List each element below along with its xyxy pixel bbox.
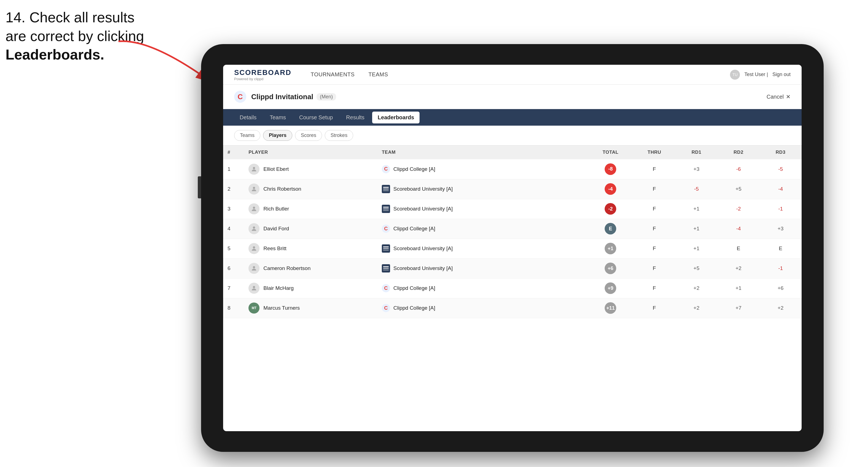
- cell-player: Blair McHarg: [244, 278, 377, 298]
- cell-rd2: E: [718, 239, 760, 258]
- logo-subtitle: Powered by clippd: [234, 77, 291, 81]
- cell-rd2: -6: [718, 159, 760, 179]
- svg-rect-8: [383, 208, 389, 209]
- col-rd3: RD3: [760, 146, 802, 159]
- cell-total: +6: [588, 258, 633, 278]
- team-name: Scoreboard University [A]: [393, 265, 453, 271]
- tab-course-setup[interactable]: Course Setup: [293, 112, 338, 123]
- tablet-side-button: [198, 176, 201, 198]
- filter-scores[interactable]: Scores: [295, 130, 322, 141]
- signout-link[interactable]: Sign out: [772, 72, 790, 77]
- table-header-row: # PLAYER TEAM TOTAL THRU RD1 RD2 RD3: [223, 146, 802, 159]
- cell-rd2: -2: [718, 199, 760, 219]
- svg-rect-7: [383, 207, 389, 208]
- nav-teams[interactable]: TEAMS: [368, 70, 388, 79]
- cell-team: Scoreboard University [A]: [377, 199, 588, 219]
- tab-teams[interactable]: Teams: [264, 112, 291, 123]
- team-logo-s: [382, 205, 390, 213]
- cell-thru: F: [633, 239, 676, 258]
- cell-rank: 6: [223, 258, 244, 278]
- cell-rd3: +3: [760, 219, 802, 239]
- cell-rank: 1: [223, 159, 244, 179]
- top-navigation: SCOREBOARD Powered by clippd TOURNAMENTS…: [223, 65, 802, 85]
- col-rd2: RD2: [718, 146, 760, 159]
- svg-rect-12: [383, 246, 389, 247]
- svg-point-19: [253, 286, 255, 288]
- svg-rect-17: [383, 268, 389, 269]
- player-avatar: [248, 283, 259, 294]
- cell-thru: F: [633, 159, 676, 179]
- table-row: 1Elliot EbertCClippd College [A]-8F+3-6-…: [223, 159, 802, 179]
- svg-rect-9: [383, 210, 389, 211]
- team-logo-s: [382, 185, 390, 193]
- filter-players[interactable]: Players: [263, 130, 292, 141]
- cell-rank: 2: [223, 179, 244, 199]
- player-name: Marcus Turners: [264, 305, 300, 311]
- player-avatar: [248, 203, 259, 214]
- logo-text: SCOREBOARD: [234, 68, 291, 77]
- cell-player: Rees Britt: [244, 239, 377, 258]
- filter-teams[interactable]: Teams: [234, 130, 260, 141]
- team-logo-s: [382, 244, 390, 253]
- tab-bar: Details Teams Course Setup Results Leade…: [223, 109, 802, 126]
- cell-rd3: +2: [760, 298, 802, 318]
- col-rank: #: [223, 146, 244, 159]
- team-name: Clippd College [A]: [393, 226, 435, 232]
- team-logo-c: C: [382, 304, 390, 312]
- player-name: Blair McHarg: [264, 285, 293, 291]
- svg-point-10: [253, 226, 255, 229]
- cancel-button[interactable]: Cancel ✕: [767, 93, 790, 100]
- cell-player: David Ford: [244, 219, 377, 239]
- cell-rank: 3: [223, 199, 244, 219]
- cell-rd1: +2: [676, 278, 718, 298]
- cell-player: MTMarcus Turners: [244, 298, 377, 318]
- cell-rd2: +2: [718, 258, 760, 278]
- cell-thru: F: [633, 278, 676, 298]
- cell-team: CClippd College [A]: [377, 159, 588, 179]
- cell-rank: 8: [223, 298, 244, 318]
- svg-rect-13: [383, 248, 389, 249]
- cell-player: Cameron Robertson: [244, 258, 377, 278]
- svg-point-1: [253, 167, 255, 169]
- cell-team: CClippd College [A]: [377, 219, 588, 239]
- cell-rd1: +1: [676, 239, 718, 258]
- user-avatar: TU: [730, 70, 740, 80]
- tab-leaderboards[interactable]: Leaderboards: [372, 112, 420, 123]
- team-name: Scoreboard University [A]: [393, 206, 453, 212]
- tournament-logo: C: [234, 91, 246, 103]
- svg-rect-14: [383, 250, 389, 251]
- nav-tournaments[interactable]: TOURNAMENTS: [311, 70, 355, 79]
- team-name: Scoreboard University [A]: [393, 186, 453, 192]
- cell-rd1: +2: [676, 298, 718, 318]
- cell-rank: 4: [223, 219, 244, 239]
- table-row: 2Chris RobertsonScoreboard University [A…: [223, 179, 802, 199]
- cell-team: Scoreboard University [A]: [377, 239, 588, 258]
- cell-rd1: +3: [676, 159, 718, 179]
- svg-point-6: [253, 207, 255, 209]
- team-name: Clippd College [A]: [393, 305, 435, 311]
- player-avatar: [248, 243, 259, 254]
- player-name: David Ford: [264, 226, 289, 232]
- player-name: Elliot Ebert: [264, 166, 289, 172]
- tab-results[interactable]: Results: [340, 112, 370, 123]
- player-avatar: [248, 223, 259, 234]
- cell-rd2: +5: [718, 179, 760, 199]
- instruction-text: 14. Check all results are correct by cli…: [5, 8, 144, 64]
- cell-total: -2: [588, 199, 633, 219]
- col-thru: THRU: [633, 146, 676, 159]
- svg-rect-3: [383, 187, 389, 188]
- cell-team: Scoreboard University [A]: [377, 179, 588, 199]
- cell-thru: F: [633, 199, 676, 219]
- cell-thru: F: [633, 219, 676, 239]
- cell-rd1: +1: [676, 219, 718, 239]
- svg-rect-16: [383, 266, 389, 267]
- cell-rd3: -5: [760, 159, 802, 179]
- tab-details[interactable]: Details: [234, 112, 262, 123]
- player-avatar: [248, 263, 259, 274]
- table-row: 4David FordCClippd College [A]EF+1-4+3: [223, 219, 802, 239]
- logo: SCOREBOARD Powered by clippd: [234, 68, 291, 81]
- cell-total: +9: [588, 278, 633, 298]
- filter-strokes[interactable]: Strokes: [325, 130, 353, 141]
- cell-team: CClippd College [A]: [377, 278, 588, 298]
- cell-rank: 7: [223, 278, 244, 298]
